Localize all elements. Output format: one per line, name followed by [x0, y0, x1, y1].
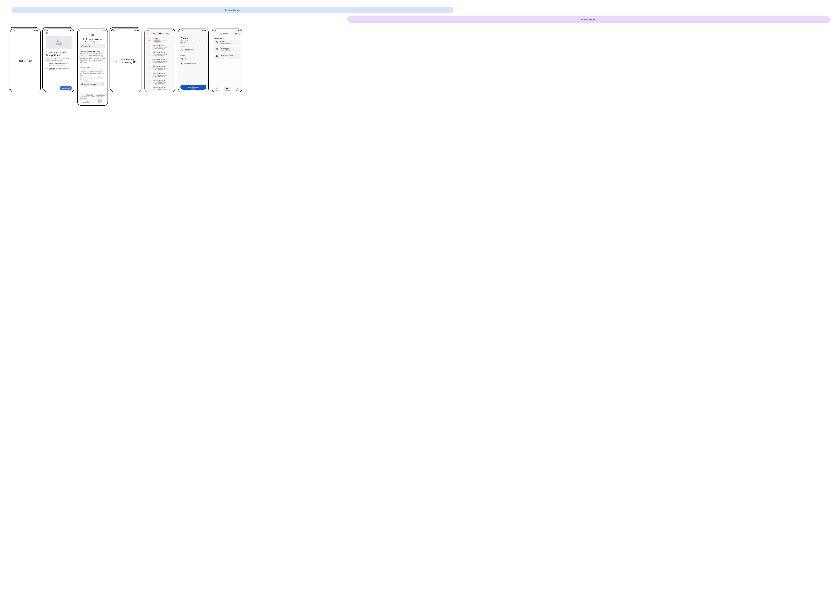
google-account-link[interactable]: Google Account	[79, 97, 87, 98]
no-thanks-button[interactable]: No thanks	[79, 100, 92, 104]
tab-settings[interactable]: Settings	[232, 87, 242, 91]
tv-icon	[181, 58, 183, 60]
phone-automations-list: 9:30 Automations My automations Bedtime1…	[212, 29, 242, 92]
status-time: 9:30	[180, 30, 183, 31]
automation-item[interactable]: Automation nameLorem ipsum dolor sit ame…	[147, 71, 173, 78]
tos-link[interactable]: Terms of Service	[96, 94, 104, 95]
automation-item[interactable]: Automation nameLorem ipsum dolor sit ame…	[147, 85, 173, 90]
tap-indicator	[191, 86, 196, 90]
status-icons	[34, 30, 39, 31]
svg-rect-3	[37, 30, 38, 31]
status-time: 9:30	[79, 30, 82, 31]
svg-rect-30	[239, 30, 240, 31]
car-icon	[216, 55, 218, 57]
app-logo: A	[91, 33, 94, 37]
phone-oobe: 9:30 OOBE Flow	[10, 29, 41, 92]
my-automations-label: My automations	[214, 37, 240, 39]
privacy-link[interactable]: Privacy Policy	[87, 94, 94, 95]
automation-item[interactable]: Automation nameLorem ipsum dolor sit ame…	[147, 64, 173, 71]
phone-matter: 9:30 Matter Sharing Commissioning API	[111, 29, 141, 92]
account-row[interactable]: alex.miller@gmail.com	[79, 41, 106, 43]
trust-title: Make sure that you trust Acme	[79, 50, 106, 52]
action-lights[interactable]: Kids bedroom lightsDim	[181, 62, 206, 67]
close-icon[interactable]	[46, 32, 48, 34]
status-time: 9:30	[113, 30, 116, 31]
status-icons	[101, 30, 106, 31]
tv-icon	[216, 48, 218, 51]
account-icon[interactable]	[238, 32, 240, 35]
status-time: 9:30	[147, 30, 149, 31]
status-time: 9:30	[214, 30, 216, 31]
linked-devices-row[interactable]: 4 device types linked	[79, 82, 106, 87]
subheading: Enjoy advanced automations and control o…	[46, 57, 72, 61]
nav-handle	[156, 91, 163, 91]
svg-point-14	[85, 41, 86, 42]
svg-point-28	[181, 63, 182, 65]
back-icon[interactable]	[180, 32, 182, 35]
automation-item[interactable]: Automation nameLorem ipsum dolor sit ame…	[147, 43, 173, 50]
banner-partner-owned: Partner Owned	[347, 16, 830, 23]
allow-button[interactable]: Allow	[93, 100, 106, 104]
home-selector[interactable]: SF Home	[79, 44, 106, 48]
nav-handle	[22, 91, 29, 91]
svg-rect-8	[56, 43, 59, 45]
triangle-icon	[236, 87, 238, 89]
svg-point-33	[239, 33, 240, 34]
moon-icon	[147, 37, 151, 42]
phone-discover: 9:30 Discover Automations BedtimeAt 9pm,…	[144, 29, 175, 92]
tap-indicator	[155, 39, 159, 43]
tap-indicator	[68, 87, 72, 91]
starter-time[interactable]: When the time is9:00 PM	[181, 47, 206, 53]
placeholder-icon	[147, 87, 151, 90]
tap-indicator	[98, 99, 102, 103]
placeholder-icon	[147, 44, 151, 49]
triangle-icon	[216, 87, 218, 89]
automation-sub: At 9pm, the TV powers down, and bedroom …	[181, 40, 206, 44]
svg-point-9	[59, 42, 62, 45]
my-automation-item[interactable]: TV time lights1 starter • 2 actions	[214, 47, 240, 52]
automation-item[interactable]: Automation nameLorem ipsum dolor sit ame…	[147, 57, 173, 64]
appbar-title: Automations	[214, 32, 233, 35]
bulb-icon	[181, 63, 183, 66]
actions-label: Actions	[181, 54, 206, 56]
nav-handle	[123, 91, 129, 91]
devices-icon	[46, 67, 48, 69]
svg-rect-34	[216, 48, 218, 50]
status-icons	[202, 30, 207, 31]
tab-bar: Devices Automations Settings	[212, 86, 242, 92]
moon-icon	[216, 41, 218, 44]
phone-stack-connect: 9:30 9:30 Connect Acme and Google Home E…	[44, 29, 74, 92]
linked-body: Acme will automatically have access to a…	[79, 69, 106, 76]
learn-more-link[interactable]: Learn more	[79, 62, 86, 63]
tab-automations[interactable]: Automations	[222, 87, 232, 91]
automation-item[interactable]: Automation nameLorem ipsum dolor sit ame…	[147, 50, 173, 57]
placeholder-icon	[147, 73, 151, 77]
automation-item[interactable]: BedtimeAt 9pm, the TV powers down, bedro…	[147, 36, 173, 43]
tab-devices[interactable]: Devices	[212, 87, 222, 91]
status-icons	[68, 30, 72, 31]
automation-item[interactable]: Automation nameLorem ipsum dolor sit ame…	[147, 78, 173, 85]
gear-icon[interactable]	[102, 83, 104, 85]
my-automation-item[interactable]: Bedtime1 starter • 2 actions	[214, 40, 240, 45]
oobe-title: OOBE Flow	[12, 33, 38, 89]
devices-icon	[81, 83, 83, 85]
trust-body: When you grant Smart App access to your …	[79, 53, 106, 63]
status-icons	[168, 30, 173, 31]
matter-title: Matter Sharing Commissioning API	[113, 33, 139, 89]
manage-text: Manage device linking below or in Google…	[79, 77, 106, 81]
phone-stack-matter: 9:30 9:30 Matter Sharing Commissioning A…	[111, 29, 141, 92]
my-automation-item[interactable]: Commuting to work1 starter • 3 actions	[214, 53, 240, 59]
automation-title: Bedtime	[181, 37, 206, 40]
action-tv[interactable]: TVTurn off	[181, 57, 206, 62]
sparkle-icon	[46, 63, 48, 65]
phone-stack-oobe: 9:30 9:30 OOBE Flow	[10, 29, 41, 92]
phone-connect-acme: 9:30 Connect Acme and Google Home Enjoy …	[44, 29, 74, 92]
status-time: 9:30	[46, 30, 49, 31]
svg-point-39	[226, 88, 227, 88]
svg-point-17	[103, 84, 103, 85]
svg-rect-13	[104, 30, 105, 31]
nav-handle	[56, 91, 62, 91]
add-icon[interactable]	[234, 32, 237, 35]
linked-title: Linked devices	[79, 67, 106, 69]
phone-link-home: 9:30 A Link home to Acme alex.miller@gma…	[77, 29, 108, 106]
